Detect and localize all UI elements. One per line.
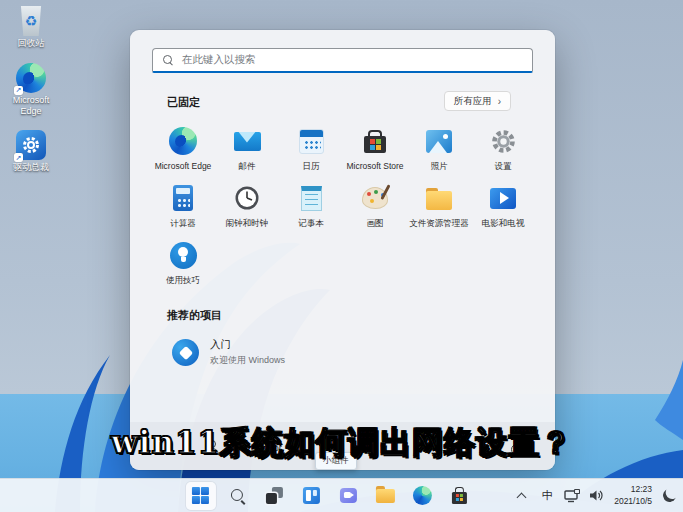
app-tile-label: 记事本 [298,218,324,230]
volume-button[interactable] [589,483,605,509]
photos-icon [426,130,452,153]
app-tile-label: Microsoft Store [346,161,403,171]
app-tile-label: 电影和电视 [482,218,525,230]
tray-date: 2021/10/5 [614,496,652,507]
app-tile-label: 照片 [431,161,448,173]
power-icon [510,443,523,456]
app-tile-movies-tv[interactable]: 电影和电视 [471,179,535,236]
chat-icon [340,488,357,503]
app-tile-alarms[interactable]: 闹钟和时钟 [215,179,279,236]
focus-moon-icon [661,487,677,503]
search-icon [229,488,245,504]
desktop-icon-label: 回收站 [18,38,45,49]
desktop-icon-label: Microsoft Edge [4,95,58,117]
shortcut-arrow-icon: ↗ [14,86,23,95]
desktop-icon-driver-app[interactable]: ↗ 驱动总裁 [4,130,58,173]
settings-gear-icon [490,128,517,155]
focus-assist-button[interactable] [661,483,677,509]
app-tile-label: 使用技巧 [166,275,200,287]
taskbar-store-button[interactable] [444,482,474,510]
chat-button[interactable] [333,482,363,510]
widgets-button[interactable] [296,482,326,510]
movies-tv-icon [490,188,516,209]
app-tile-settings[interactable]: 设置 [471,122,535,179]
app-tile-edge[interactable]: Microsoft Edge [151,122,215,179]
taskbar-search-button[interactable] [222,482,252,510]
start-menu-panel: 在此键入以搜索 已固定 所有应用 › Microsoft Edge 邮件 日历 … [130,30,555,470]
tips-icon [170,242,197,269]
recommended-item-title: 入门 [210,338,285,352]
get-started-icon [172,339,199,366]
widgets-tooltip: 小组件 [315,452,357,470]
app-tile-label: 计算器 [170,218,196,230]
taskbar-file-explorer-button[interactable] [370,482,400,510]
app-tile-label: 闹钟和时钟 [226,218,269,230]
calculator-icon [173,185,193,211]
pinned-section-header: 已固定 [167,95,200,110]
app-tile-notepad[interactable]: 记事本 [279,179,343,236]
desktop-icon-edge[interactable]: ↗ Microsoft Edge [4,63,58,117]
app-tile-label: Microsoft Edge [155,161,212,171]
start-button[interactable] [185,482,215,510]
app-tile-store[interactable]: Microsoft Store [343,122,407,179]
edge-icon [169,127,197,155]
system-tray: 中 12:23 2021/10/5 [514,483,677,509]
user-profile-button[interactable]: Administrator [196,436,290,458]
network-button[interactable] [564,483,580,509]
task-view-icon [266,487,283,504]
task-view-button[interactable] [259,482,289,510]
recommended-item-subtitle: 欢迎使用 Windows [210,354,285,367]
all-apps-button[interactable]: 所有应用 › [444,91,511,111]
widgets-icon [303,487,320,504]
notepad-icon [301,186,322,211]
app-tile-file-explorer[interactable]: 文件资源管理器 [407,179,471,236]
alarm-clock-icon [233,184,261,212]
app-tile-mail[interactable]: 邮件 [215,122,279,179]
mail-icon [234,132,261,151]
tray-overflow-button[interactable] [514,483,530,509]
desktop-icon-list: ♻ 回收站 ↗ Microsoft Edge ↗ 驱动总裁 [4,6,58,173]
windows-logo-icon [192,487,210,505]
chevron-right-icon: › [498,96,501,107]
app-tile-calendar[interactable]: 日历 [279,122,343,179]
recommended-item-get-started[interactable]: 入门 欢迎使用 Windows [163,333,294,372]
app-tile-label: 画图 [367,218,384,230]
search-icon [163,55,173,65]
recommended-section-header: 推荐的项目 [167,308,222,323]
app-tile-label: 邮件 [239,161,256,173]
power-button[interactable] [505,438,527,460]
start-search-input[interactable]: 在此键入以搜索 [152,48,533,73]
recycle-bin-icon: ♻ [19,6,43,36]
taskbar-edge-button[interactable] [407,482,437,510]
calendar-icon [299,129,324,154]
pinned-apps-grid: Microsoft Edge 邮件 日历 Microsoft Store 照片 … [151,122,535,293]
desktop-icon-recycle-bin[interactable]: ♻ 回收站 [4,6,58,49]
user-name-label: Administrator [226,442,282,453]
desktop-icon-label: 驱动总裁 [13,162,49,173]
store-icon [364,136,386,153]
search-placeholder: 在此键入以搜索 [182,53,256,67]
paint-icon [362,187,388,209]
tray-time: 12:23 [614,484,652,495]
clock-button[interactable]: 12:23 2021/10/5 [614,484,652,507]
ime-indicator[interactable]: 中 [539,483,555,509]
taskbar: 中 12:23 2021/10/5 [0,478,683,512]
file-explorer-icon [376,489,395,503]
store-icon [452,492,467,504]
app-tile-calculator[interactable]: 计算器 [151,179,215,236]
volume-icon [589,489,605,502]
taskbar-center-buttons [185,482,474,510]
ime-label: 中 [542,488,553,503]
file-explorer-icon [426,191,452,210]
app-tile-label: 文件资源管理器 [409,218,469,230]
user-icon [204,440,218,454]
network-icon [564,489,580,503]
chevron-up-icon [518,492,526,500]
edge-icon [413,486,432,505]
app-tile-label: 设置 [495,161,512,173]
shortcut-arrow-icon: ↗ [14,153,23,162]
app-tile-tips[interactable]: 使用技巧 [151,236,215,293]
app-tile-paint[interactable]: 画图 [343,179,407,236]
all-apps-label: 所有应用 [454,95,492,108]
app-tile-photos[interactable]: 照片 [407,122,471,179]
